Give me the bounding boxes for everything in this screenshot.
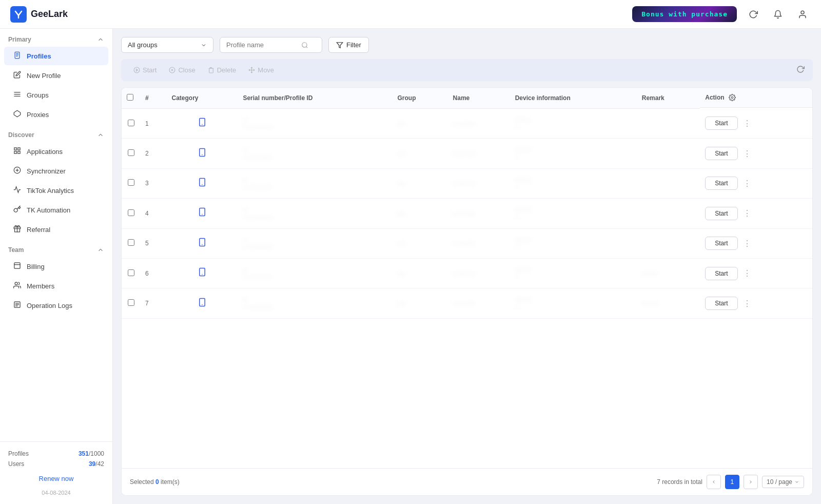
settings-icon[interactable] — [729, 94, 736, 101]
row-category — [166, 288, 238, 318]
selected-count: 0 — [155, 478, 159, 486]
sidebar-item-applications[interactable]: Applications — [4, 142, 108, 161]
group-select-value: All groups — [128, 41, 158, 49]
close-action-button[interactable]: Close — [165, 64, 199, 76]
svg-point-31 — [731, 96, 733, 99]
row-more-button[interactable]: ⋮ — [741, 206, 753, 220]
row-checkbox[interactable] — [128, 149, 134, 156]
row-device: ······ ··· ··· — [510, 168, 637, 198]
row-checkbox[interactable] — [128, 269, 134, 276]
tk-automation-icon — [12, 205, 22, 215]
row-remark — [637, 228, 700, 258]
row-group: ····· — [393, 199, 448, 228]
refresh-icon-btn[interactable] — [745, 6, 761, 23]
filter-button[interactable]: Filter — [328, 37, 369, 53]
table-row: 3 ··· ··· ················· ····· ··· ··… — [122, 168, 812, 198]
row-group: ····· — [393, 288, 448, 318]
row-category — [166, 109, 238, 139]
row-more-button[interactable]: ⋮ — [741, 147, 753, 161]
row-remark — [637, 168, 700, 198]
main-content: All groups Filter Start Close — [113, 29, 821, 504]
group-select[interactable]: All groups — [121, 37, 213, 53]
row-device: ······ ··· ··· — [510, 139, 637, 168]
notification-icon-btn[interactable] — [770, 6, 786, 23]
row-checkbox-cell — [122, 288, 140, 318]
sidebar-item-tiktok-analytics[interactable]: TikTok Analytics — [4, 181, 108, 200]
select-all-checkbox[interactable] — [127, 94, 133, 101]
table-refresh-icon — [796, 65, 805, 73]
row-more-button[interactable]: ⋮ — [741, 177, 753, 190]
sidebar-date: 04-08-2024 — [8, 490, 104, 496]
row-checkbox[interactable] — [128, 179, 134, 186]
sidebar-item-operation-logs[interactable]: Operation Logs — [4, 296, 108, 315]
bonus-banner[interactable]: Bonus with purchase — [632, 6, 737, 22]
sidebar-primary-header: Primary — [0, 29, 112, 46]
row-start-button[interactable]: Start — [705, 177, 737, 190]
sidebar-item-members[interactable]: Members — [4, 277, 108, 295]
row-more-button[interactable]: ⋮ — [741, 297, 753, 311]
row-start-button[interactable]: Start — [705, 237, 737, 250]
next-page-button[interactable] — [744, 475, 758, 489]
renew-button[interactable]: Renew now — [8, 471, 104, 487]
row-more-button[interactable]: ⋮ — [741, 117, 753, 130]
row-action-cell: Start ⋮ — [705, 147, 807, 161]
sidebar-item-billing[interactable]: Billing — [4, 257, 108, 276]
row-group: ····· — [393, 168, 448, 198]
profiles-table-container: # Category Serial number/Profile ID Grou… — [121, 87, 813, 496]
table-row: 7 ··· ··· ················· ····· ··· ··… — [122, 288, 812, 318]
move-action-button[interactable]: Move — [244, 64, 278, 76]
sidebar-footer: Profiles 351/1000 Users 39/42 Renew now … — [0, 441, 112, 504]
row-device: ······ ··· ··· — [510, 109, 637, 139]
row-checkbox[interactable] — [128, 239, 134, 246]
row-start-button[interactable]: Start — [705, 267, 737, 280]
sidebar-item-synchronizer-label: Synchronizer — [27, 167, 66, 175]
row-action: Start ⋮ — [700, 258, 812, 288]
prev-page-button[interactable] — [707, 475, 721, 489]
page-1-button[interactable]: 1 — [725, 475, 739, 489]
billing-icon — [12, 262, 22, 271]
chevron-up-icon — [97, 36, 104, 43]
selected-text: Selected 0 item(s) — [130, 478, 180, 486]
sidebar-item-new-profile[interactable]: New Profile — [4, 66, 108, 85]
referral-icon — [12, 225, 22, 234]
row-device: ······ ··· ··· — [510, 258, 637, 288]
row-checkbox[interactable] — [128, 209, 134, 216]
row-start-button[interactable]: Start — [705, 147, 737, 160]
row-start-button[interactable]: Start — [705, 297, 737, 310]
synchronizer-icon — [12, 166, 22, 176]
sidebar-item-groups[interactable]: Groups — [4, 86, 108, 104]
sidebar-item-tk-automation[interactable]: TK Automation — [4, 201, 108, 219]
page-size-select[interactable]: 10 / page — [762, 476, 804, 488]
users-stat-label: Users — [8, 460, 24, 468]
filter-label: Filter — [346, 41, 361, 49]
sidebar-item-referral[interactable]: Referral — [4, 220, 108, 239]
row-checkbox[interactable] — [128, 120, 134, 126]
start-action-button[interactable]: Start — [129, 64, 161, 76]
start-icon — [133, 67, 140, 73]
profiles-stat-label: Profiles — [8, 450, 29, 457]
svg-marker-5 — [14, 110, 21, 117]
svg-point-0 — [801, 11, 804, 14]
sidebar-item-synchronizer[interactable]: Synchronizer — [4, 162, 108, 180]
search-input[interactable] — [226, 41, 298, 49]
row-start-button[interactable]: Start — [705, 117, 737, 130]
table-refresh-button[interactable] — [796, 65, 805, 75]
proxies-icon — [12, 110, 22, 119]
row-more-button[interactable]: ⋮ — [741, 237, 753, 250]
row-more-button[interactable]: ⋮ — [741, 266, 753, 280]
row-num: 6 — [140, 258, 166, 288]
row-checkbox[interactable] — [128, 299, 134, 306]
sidebar-item-profiles[interactable]: Profiles — [4, 47, 108, 65]
row-action-cell: Start ⋮ — [705, 266, 807, 280]
sidebar-item-proxies[interactable]: Proxies — [4, 105, 108, 124]
row-serial: ··· ··· ················· — [238, 288, 392, 318]
delete-action-button[interactable]: Delete — [204, 64, 241, 76]
row-start-button[interactable]: Start — [705, 207, 737, 220]
svg-point-21 — [302, 42, 307, 47]
row-remark: ···· ···· · — [637, 288, 700, 318]
table-row: 2 ··· ··· ················· ····· ··· ··… — [122, 139, 812, 168]
user-icon-btn[interactable] — [794, 6, 811, 23]
row-action: Start ⋮ — [700, 109, 812, 139]
operation-logs-icon — [12, 301, 22, 310]
device-category-icon — [198, 269, 207, 280]
